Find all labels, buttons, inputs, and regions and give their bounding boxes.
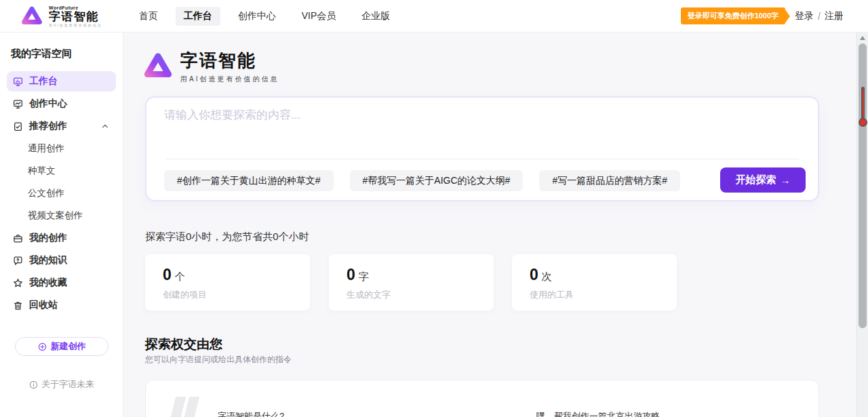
trash-icon <box>13 300 23 311</box>
triangle-logo-icon <box>142 51 174 82</box>
stat-value: 0 <box>530 266 538 283</box>
search-input[interactable] <box>164 107 795 160</box>
hero-brand-slogan: 用AI创造更有价值的信息 <box>180 75 279 84</box>
panel-divider <box>165 159 799 159</box>
monitor-chart-icon <box>13 77 23 87</box>
nav-workbench[interactable]: 工作台 <box>176 7 220 26</box>
top-nav: 首页 工作台 创作中心 VIP会员 企业版 <box>131 7 399 26</box>
auth-slash: / <box>818 11 821 22</box>
header-right: 登录即可享免费创作1000字 登录 / 注册 <box>681 7 844 24</box>
vertical-scrollbar[interactable] <box>856 33 868 417</box>
sidebar-item-label: 我的知识 <box>29 254 67 266</box>
login-promo-badge[interactable]: 登录即可享免费创作1000字 <box>681 7 785 24</box>
stat-label: 生成的文字 <box>347 289 494 301</box>
sidebar-item-recommended[interactable]: 推荐创作 <box>7 116 116 136</box>
brand-wordfuture: WordFuture <box>49 5 102 10</box>
sidebar-item-recycle-bin[interactable]: 回收站 <box>7 295 116 315</box>
sidebar-item-label: 工作台 <box>29 75 58 87</box>
chip-dessert-marketing[interactable]: #写一篇甜品店的营销方案# <box>539 170 680 191</box>
sidebar-item-label: 我的创作 <box>29 232 67 244</box>
example-question[interactable]: 字语智能是什么? <box>218 410 284 417</box>
explore-section-subtitle: 您可以向字语提问或给出具体创作的指令 <box>145 354 292 365</box>
brand-logo-text: WordFuture 字语智能 用AI创造更有价值的信息 <box>49 5 102 27</box>
brand-name: 字语智能 <box>49 11 102 22</box>
scrollbar-up-arrow-icon[interactable] <box>860 36 865 40</box>
monitor-line-icon <box>13 99 23 109</box>
sidebar-item-creation-center[interactable]: 创作中心 <box>7 94 116 114</box>
stat-unit: 字 <box>359 271 369 282</box>
about-link[interactable]: 关于字语未来 <box>0 378 123 391</box>
login-link[interactable]: 登录 <box>795 10 814 22</box>
stat-label: 使用的工具 <box>530 289 677 301</box>
sidebar-title: 我的字语空间 <box>11 47 123 60</box>
stat-value: 0 <box>163 266 172 283</box>
sidebar-item-label: 回收站 <box>29 299 58 311</box>
sidebar-sub-official[interactable]: 公文创作 <box>7 183 116 203</box>
stat-unit: 个 <box>175 271 185 282</box>
explore-section-title: 探索权交由您 <box>145 336 222 353</box>
sidebar-sub-seeding[interactable]: 种草文 <box>7 161 116 181</box>
hero-brand-name: 字语智能 <box>180 49 279 73</box>
about-label: 关于字语未来 <box>41 378 94 391</box>
scrollbar-thumb[interactable] <box>859 43 867 328</box>
main-content: 字语智能 用AI创造更有价值的信息 #创作一篇关于黄山出游的种草文# #帮我写一… <box>123 33 856 417</box>
brand-logo[interactable]: WordFuture 字语智能 用AI创造更有价值的信息 <box>20 5 102 28</box>
sidebar-sub-general[interactable]: 通用创作 <box>7 138 116 159</box>
chevron-up-icon[interactable] <box>101 122 109 130</box>
top-header: WordFuture 字语智能 用AI创造更有价值的信息 首页 工作台 创作中心… <box>0 0 868 33</box>
sidebar-item-label: 我的收藏 <box>29 277 67 289</box>
stats-summary-line: 探索字语0小时，为您节省共0个小时 <box>145 231 309 243</box>
stat-card-projects: 0个 创建的项目 <box>145 254 310 311</box>
briefcase-icon <box>13 233 23 243</box>
start-explore-button[interactable]: 开始探索 → <box>720 167 806 193</box>
sidebar-item-label: 推荐创作 <box>29 120 67 132</box>
triangle-logo-icon <box>20 5 43 28</box>
hero-brand: 字语智能 用AI创造更有价值的信息 <box>142 49 279 84</box>
example-prompts-card: 字语智能是什么? 嘿，帮我创作一篇北京出游攻略 <box>145 380 819 417</box>
sidebar-sub-video-copy[interactable]: 视频文案创作 <box>7 205 116 226</box>
sidebar-item-favorites[interactable]: 我的收藏 <box>7 273 116 293</box>
star-icon <box>13 278 23 288</box>
stat-card-words: 0字 生成的文字 <box>329 254 494 311</box>
stat-value: 0 <box>347 266 355 283</box>
arrow-right-icon: → <box>781 174 791 186</box>
sidebar-item-my-creations[interactable]: 我的创作 <box>7 228 116 248</box>
suggestion-chips: #创作一篇关于黄山出游的种草文# #帮我写一篇关于AIGC的论文大纲# #写一篇… <box>164 170 680 191</box>
new-creation-label: 新建创作 <box>51 340 86 353</box>
nav-home[interactable]: 首页 <box>131 7 166 26</box>
stat-unit: 次 <box>542 271 552 282</box>
nav-creation-center[interactable]: 创作中心 <box>230 7 284 26</box>
sidebar-item-workbench[interactable]: 工作台 <box>7 71 116 92</box>
clipboard-check-icon <box>13 121 23 132</box>
info-icon <box>29 380 38 389</box>
new-creation-button[interactable]: 新建创作 <box>15 337 108 356</box>
stat-card-tools: 0次 使用的工具 <box>512 254 677 311</box>
sidebar: 我的字语空间 工作台 创作中心 推荐创作 通用创作 种草文 公文创作 视频文案创… <box>0 33 123 417</box>
chat-question-icon <box>13 256 23 266</box>
chip-huangshan[interactable]: #创作一篇关于黄山出游的种草文# <box>164 170 334 191</box>
register-link[interactable]: 注册 <box>825 10 844 22</box>
search-panel: #创作一篇关于黄山出游的种草文# #帮我写一篇关于AIGC的论文大纲# #写一篇… <box>145 96 819 201</box>
chip-aigc-outline[interactable]: #帮我写一篇关于AIGC的论文大纲# <box>350 170 524 191</box>
brand-slogan-tiny: 用AI创造更有价值的信息 <box>49 24 102 27</box>
stat-label: 创建的项目 <box>163 289 310 301</box>
start-explore-label: 开始探索 <box>736 174 776 186</box>
quote-icon <box>173 397 197 417</box>
plus-circle-icon <box>38 342 47 351</box>
thermometer-indicator-icon <box>860 87 866 129</box>
sidebar-item-label: 创作中心 <box>29 98 67 110</box>
nav-enterprise[interactable]: 企业版 <box>353 7 398 26</box>
sidebar-item-my-knowledge[interactable]: 我的知识 <box>7 250 116 271</box>
nav-vip[interactable]: VIP会员 <box>294 7 344 26</box>
auth-links: 登录 / 注册 <box>795 10 844 22</box>
example-answer[interactable]: 嘿，帮我创作一篇北京出游攻略 <box>536 410 660 417</box>
